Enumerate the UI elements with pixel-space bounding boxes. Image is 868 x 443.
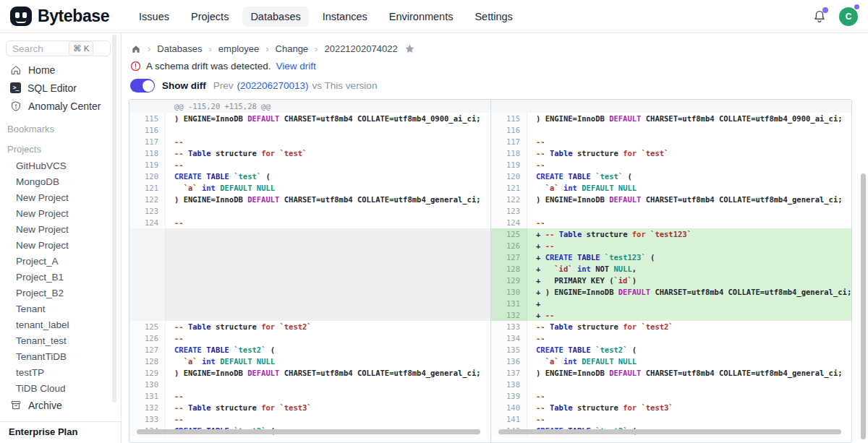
sidebar-scrollbar[interactable] — [112, 35, 116, 403]
sidebar-item-project[interactable]: Tenant — [0, 301, 121, 317]
sidebar-item-project[interactable]: New Project — [0, 189, 121, 205]
nav-item-instances[interactable]: Instances — [315, 7, 375, 27]
main-nav: Issues Projects Databases Instances Envi… — [131, 7, 521, 27]
sidebar-item-sql-editor[interactable]: >_ SQL Editor — [4, 79, 116, 97]
sidebar-item-project[interactable]: New Project — [0, 237, 121, 253]
nav-item-environments[interactable]: Environments — [381, 7, 461, 27]
sidebar-item-project[interactable]: tenant_label — [0, 317, 121, 332]
code-line: -- — [527, 332, 851, 344]
breadcrumb-change[interactable]: Change — [276, 43, 309, 54]
diff-row — [129, 251, 490, 263]
bytebase-logo-icon — [10, 7, 32, 26]
plan-badge: Enterprise Plan — [0, 421, 121, 443]
notifications-button[interactable] — [812, 9, 827, 25]
line-number — [129, 263, 166, 275]
home-icon — [10, 64, 22, 76]
line-number: 131 — [129, 390, 166, 402]
diff-row: 127CREATE TABLE `test2` ( — [129, 344, 490, 356]
diff-row: 119-- — [491, 159, 851, 171]
breadcrumb-databases[interactable]: Databases — [157, 43, 202, 54]
search-box[interactable]: ⌘ K — [6, 40, 111, 56]
diff-row: 131-- — [129, 390, 490, 402]
user-avatar[interactable]: C — [839, 7, 858, 26]
line-number — [129, 286, 166, 298]
breadcrumb-version[interactable]: 20221202074022 — [324, 43, 397, 54]
prev-label: Prev — [213, 80, 234, 91]
sidebar-item-project[interactable]: Project_A — [0, 253, 121, 269]
view-drift-link[interactable]: View drift — [276, 61, 316, 72]
code-line: -- — [527, 413, 851, 425]
code-line — [166, 124, 490, 136]
line-number: 117 — [491, 136, 527, 147]
line-number: 133 — [491, 321, 527, 332]
line-number: 129 — [129, 367, 166, 379]
show-diff-toggle[interactable] — [130, 79, 155, 93]
sidebar-item-project[interactable]: TenantTiDB — [0, 348, 121, 364]
diff-row: 117-- — [491, 136, 851, 147]
code-line: -- — [166, 217, 490, 228]
sidebar-item-project[interactable]: TiDB Cloud — [0, 380, 121, 396]
sidebar-item-project[interactable]: New Project — [0, 205, 121, 221]
diff-row: 132+ -- — [491, 309, 851, 321]
code-line: -- — [527, 159, 851, 171]
breadcrumb-employee[interactable]: employee — [218, 43, 259, 54]
sidebar-item-project[interactable]: GitHubVCS — [0, 158, 121, 173]
code-line: -- Table structure for `test2` — [527, 321, 851, 332]
diff-row — [129, 275, 490, 286]
line-number: 136 — [491, 356, 527, 367]
diff-row: 129) ENGINE=InnoDB DEFAULT CHARSET=utf8m… — [129, 367, 490, 379]
code-line: -- — [166, 136, 490, 147]
sidebar-item-project[interactable]: Tenant_test — [0, 332, 121, 348]
diff-row: 131+ — [491, 298, 851, 309]
code-line — [527, 205, 851, 217]
sidebar-item-archive[interactable]: Archive — [4, 396, 116, 414]
code-line: -- — [166, 390, 490, 402]
sidebar-item-project[interactable]: MongoDB — [0, 173, 121, 189]
line-number — [129, 275, 166, 286]
diff-row — [129, 286, 490, 298]
sidebar-item-project[interactable]: Project_B1 — [0, 269, 121, 285]
code-line: ) ENGINE=InnoDB DEFAULT CHARSET=utf8mb4 … — [166, 367, 490, 379]
section-label-projects: Projects — [0, 137, 121, 158]
projects-list: GitHubVCSMongoDBNew ProjectNew ProjectNe… — [0, 158, 121, 396]
line-number: 118 — [491, 147, 527, 159]
code-line: CREATE TABLE `test2` ( — [166, 344, 490, 356]
code-line: `a` int DEFAULT NULL — [166, 182, 490, 194]
brand-logo[interactable]: Bytebase — [10, 7, 109, 26]
line-number: 123 — [129, 205, 166, 217]
code-line: -- — [166, 332, 490, 344]
sidebar-item-project[interactable]: Project_B2 — [0, 285, 121, 301]
home-icon[interactable] — [131, 44, 141, 54]
code-line: `a` int DEFAULT NULL — [527, 356, 851, 367]
horizontal-scrollbar[interactable] — [498, 429, 841, 434]
page-vertical-scrollbar[interactable] — [861, 173, 866, 439]
sidebar-item-home[interactable]: Home — [4, 61, 116, 79]
diff-row: 128 `a` int DEFAULT NULL — [129, 356, 490, 367]
nav-item-databases[interactable]: Databases — [242, 7, 308, 27]
horizontal-scrollbar[interactable] — [137, 429, 480, 434]
nav-item-settings[interactable]: Settings — [467, 7, 520, 27]
diff-row: 125+ -- Table structure for `test123` — [491, 228, 851, 240]
alert-circle-icon — [130, 61, 141, 72]
line-number — [129, 251, 166, 263]
code-line: + -- — [527, 309, 851, 321]
nav-item-projects[interactable]: Projects — [183, 7, 237, 27]
diff-row: 140-- Table structure for `test3` — [491, 402, 851, 413]
code-line: `a` int DEFAULT NULL — [166, 356, 490, 367]
diff-row: @@ -115,20 +115,28 @@ — [129, 100, 490, 113]
nav-item-issues[interactable]: Issues — [131, 7, 177, 27]
sidebar-item-anomaly-center[interactable]: Anomaly Center — [4, 97, 116, 115]
search-input[interactable] — [12, 43, 69, 54]
prev-version-link[interactable]: (202206270013) — [237, 80, 309, 91]
diff-pane-previous: @@ -115,20 +115,28 @@115) ENGINE=InnoDB … — [129, 100, 490, 442]
diff-row: 115) ENGINE=InnoDB DEFAULT CHARSET=utf8m… — [129, 113, 490, 124]
line-number: 125 — [129, 321, 166, 332]
line-number: 126 — [129, 332, 166, 344]
sidebar-item-project[interactable]: testTP — [0, 364, 121, 380]
line-number — [129, 240, 166, 251]
diff-row: 127+ CREATE TABLE `test123` ( — [491, 251, 851, 263]
diff-row: 139-- — [491, 390, 851, 402]
diff-row: 119-- — [129, 159, 490, 171]
sidebar-item-project[interactable]: New Project — [0, 221, 121, 237]
star-icon[interactable] — [404, 43, 415, 54]
